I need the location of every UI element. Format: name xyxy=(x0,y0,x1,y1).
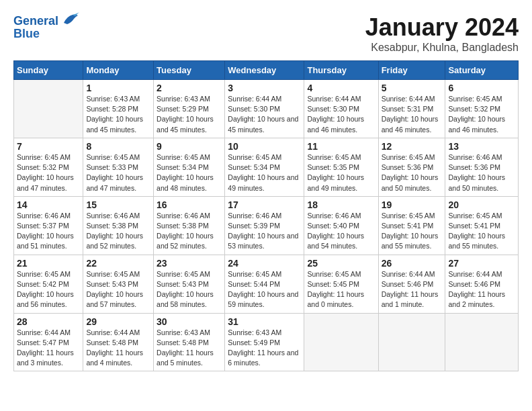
cell-info: Sunrise: 6:46 AMSunset: 5:38 PMDaylight:… xyxy=(157,211,222,252)
calendar-cell xyxy=(378,313,445,371)
day-number: 20 xyxy=(448,199,515,210)
day-number: 3 xyxy=(228,83,301,93)
calendar-cell: 25Sunrise: 6:45 AMSunset: 5:45 PMDayligh… xyxy=(304,255,378,313)
week-row-1: 1Sunrise: 6:43 AMSunset: 5:28 PMDaylight… xyxy=(14,80,519,138)
day-number: 8 xyxy=(86,141,150,152)
calendar-cell: 23Sunrise: 6:45 AMSunset: 5:43 PMDayligh… xyxy=(154,255,225,313)
day-header-thursday: Thursday xyxy=(304,61,378,80)
calendar-cell: 31Sunrise: 6:43 AMSunset: 5:49 PMDayligh… xyxy=(225,313,304,371)
calendar-table: SundayMondayTuesdayWednesdayThursdayFrid… xyxy=(13,60,519,371)
calendar-cell: 3Sunrise: 6:44 AMSunset: 5:30 PMDaylight… xyxy=(225,80,304,138)
calendar-cell: 13Sunrise: 6:46 AMSunset: 5:36 PMDayligh… xyxy=(445,138,519,196)
cell-info: Sunrise: 6:45 AMSunset: 5:32 PMDaylight:… xyxy=(448,94,515,135)
week-row-5: 28Sunrise: 6:44 AMSunset: 5:47 PMDayligh… xyxy=(14,313,519,371)
logo: General Blue xyxy=(13,13,79,41)
day-number: 14 xyxy=(17,199,80,210)
cell-info: Sunrise: 6:43 AMSunset: 5:49 PMDaylight:… xyxy=(228,328,301,369)
week-row-4: 21Sunrise: 6:45 AMSunset: 5:42 PMDayligh… xyxy=(14,255,519,313)
calendar-cell: 10Sunrise: 6:45 AMSunset: 5:34 PMDayligh… xyxy=(225,138,304,196)
calendar-cell: 14Sunrise: 6:46 AMSunset: 5:37 PMDayligh… xyxy=(14,196,83,255)
cell-info: Sunrise: 6:44 AMSunset: 5:30 PMDaylight:… xyxy=(228,94,301,135)
day-number: 26 xyxy=(382,258,443,269)
cell-info: Sunrise: 6:44 AMSunset: 5:46 PMDaylight:… xyxy=(382,269,443,310)
day-number: 2 xyxy=(157,83,222,93)
cell-info: Sunrise: 6:46 AMSunset: 5:39 PMDaylight:… xyxy=(228,211,301,252)
day-number: 19 xyxy=(382,199,443,210)
day-header-tuesday: Tuesday xyxy=(154,61,225,80)
calendar-cell: 8Sunrise: 6:45 AMSunset: 5:33 PMDaylight… xyxy=(83,138,154,196)
day-number: 27 xyxy=(448,258,515,269)
cell-info: Sunrise: 6:44 AMSunset: 5:48 PMDaylight:… xyxy=(86,328,150,369)
calendar-header-row: SundayMondayTuesdayWednesdayThursdayFrid… xyxy=(14,61,519,80)
day-header-saturday: Saturday xyxy=(445,61,519,80)
calendar-cell: 11Sunrise: 6:45 AMSunset: 5:35 PMDayligh… xyxy=(304,138,378,196)
calendar-cell: 27Sunrise: 6:44 AMSunset: 5:46 PMDayligh… xyxy=(445,255,519,313)
calendar-cell: 22Sunrise: 6:45 AMSunset: 5:43 PMDayligh… xyxy=(83,255,154,313)
day-number: 6 xyxy=(448,83,515,93)
cell-info: Sunrise: 6:44 AMSunset: 5:30 PMDaylight:… xyxy=(307,94,375,135)
cell-info: Sunrise: 6:45 AMSunset: 5:34 PMDaylight:… xyxy=(157,152,222,193)
calendar-cell: 1Sunrise: 6:43 AMSunset: 5:28 PMDaylight… xyxy=(83,80,154,138)
calendar-cell xyxy=(14,80,83,138)
cell-info: Sunrise: 6:45 AMSunset: 5:32 PMDaylight:… xyxy=(17,152,80,193)
calendar-cell: 26Sunrise: 6:44 AMSunset: 5:46 PMDayligh… xyxy=(378,255,445,313)
cell-info: Sunrise: 6:44 AMSunset: 5:31 PMDaylight:… xyxy=(382,94,443,135)
day-number: 24 xyxy=(228,258,301,269)
calendar-cell: 4Sunrise: 6:44 AMSunset: 5:30 PMDaylight… xyxy=(304,80,378,138)
calendar-cell: 20Sunrise: 6:45 AMSunset: 5:41 PMDayligh… xyxy=(445,196,519,255)
cell-info: Sunrise: 6:43 AMSunset: 5:48 PMDaylight:… xyxy=(157,328,222,369)
day-number: 31 xyxy=(228,316,301,327)
calendar-cell xyxy=(445,313,519,371)
calendar-cell: 7Sunrise: 6:45 AMSunset: 5:32 PMDaylight… xyxy=(14,138,83,196)
cell-info: Sunrise: 6:45 AMSunset: 5:41 PMDaylight:… xyxy=(448,211,515,252)
cell-info: Sunrise: 6:44 AMSunset: 5:46 PMDaylight:… xyxy=(448,269,515,310)
calendar-cell: 24Sunrise: 6:45 AMSunset: 5:44 PMDayligh… xyxy=(225,255,304,313)
day-number: 25 xyxy=(307,258,375,269)
calendar-cell: 18Sunrise: 6:46 AMSunset: 5:40 PMDayligh… xyxy=(304,196,378,255)
cell-info: Sunrise: 6:45 AMSunset: 5:34 PMDaylight:… xyxy=(228,152,301,193)
calendar-cell: 17Sunrise: 6:46 AMSunset: 5:39 PMDayligh… xyxy=(225,196,304,255)
title-block: January 2024 Kesabpur, Khulna, Banglades… xyxy=(365,13,519,54)
day-number: 18 xyxy=(307,199,375,210)
cell-info: Sunrise: 6:44 AMSunset: 5:47 PMDaylight:… xyxy=(17,328,80,369)
calendar-cell xyxy=(304,313,378,371)
calendar-cell: 15Sunrise: 6:46 AMSunset: 5:38 PMDayligh… xyxy=(83,196,154,255)
cell-info: Sunrise: 6:45 AMSunset: 5:43 PMDaylight:… xyxy=(157,269,222,310)
cell-info: Sunrise: 6:43 AMSunset: 5:28 PMDaylight:… xyxy=(86,94,150,135)
cell-info: Sunrise: 6:45 AMSunset: 5:33 PMDaylight:… xyxy=(86,152,150,193)
day-header-monday: Monday xyxy=(83,61,154,80)
day-number: 16 xyxy=(157,199,222,210)
cell-info: Sunrise: 6:46 AMSunset: 5:40 PMDaylight:… xyxy=(307,211,375,252)
calendar-cell: 30Sunrise: 6:43 AMSunset: 5:48 PMDayligh… xyxy=(154,313,225,371)
day-number: 23 xyxy=(157,258,222,269)
day-number: 28 xyxy=(17,316,80,327)
day-number: 13 xyxy=(448,141,515,152)
day-number: 29 xyxy=(86,316,150,327)
day-number: 7 xyxy=(17,141,80,152)
day-number: 11 xyxy=(307,141,375,152)
cell-info: Sunrise: 6:46 AMSunset: 5:36 PMDaylight:… xyxy=(448,152,515,193)
day-number: 15 xyxy=(86,199,150,210)
day-number: 1 xyxy=(86,83,150,93)
cell-info: Sunrise: 6:45 AMSunset: 5:35 PMDaylight:… xyxy=(307,152,375,193)
cell-info: Sunrise: 6:45 AMSunset: 5:36 PMDaylight:… xyxy=(382,152,443,193)
day-number: 30 xyxy=(157,316,222,327)
day-number: 17 xyxy=(228,199,301,210)
subtitle: Kesabpur, Khulna, Bangladesh xyxy=(365,42,519,54)
day-number: 21 xyxy=(17,258,80,269)
calendar-cell: 29Sunrise: 6:44 AMSunset: 5:48 PMDayligh… xyxy=(83,313,154,371)
logo-bird-icon xyxy=(60,11,79,30)
main-title: January 2024 xyxy=(365,13,519,42)
logo-text: General xyxy=(13,15,58,28)
calendar-cell: 6Sunrise: 6:45 AMSunset: 5:32 PMDaylight… xyxy=(445,80,519,138)
calendar-cell: 16Sunrise: 6:46 AMSunset: 5:38 PMDayligh… xyxy=(154,196,225,255)
calendar-cell: 12Sunrise: 6:45 AMSunset: 5:36 PMDayligh… xyxy=(378,138,445,196)
day-header-sunday: Sunday xyxy=(14,61,83,80)
week-row-3: 14Sunrise: 6:46 AMSunset: 5:37 PMDayligh… xyxy=(14,196,519,255)
calendar-cell: 9Sunrise: 6:45 AMSunset: 5:34 PMDaylight… xyxy=(154,138,225,196)
day-header-friday: Friday xyxy=(378,61,445,80)
calendar-cell: 2Sunrise: 6:43 AMSunset: 5:29 PMDaylight… xyxy=(154,80,225,138)
cell-info: Sunrise: 6:45 AMSunset: 5:45 PMDaylight:… xyxy=(307,269,375,310)
calendar-cell: 19Sunrise: 6:45 AMSunset: 5:41 PMDayligh… xyxy=(378,196,445,255)
cell-info: Sunrise: 6:46 AMSunset: 5:38 PMDaylight:… xyxy=(86,211,150,252)
